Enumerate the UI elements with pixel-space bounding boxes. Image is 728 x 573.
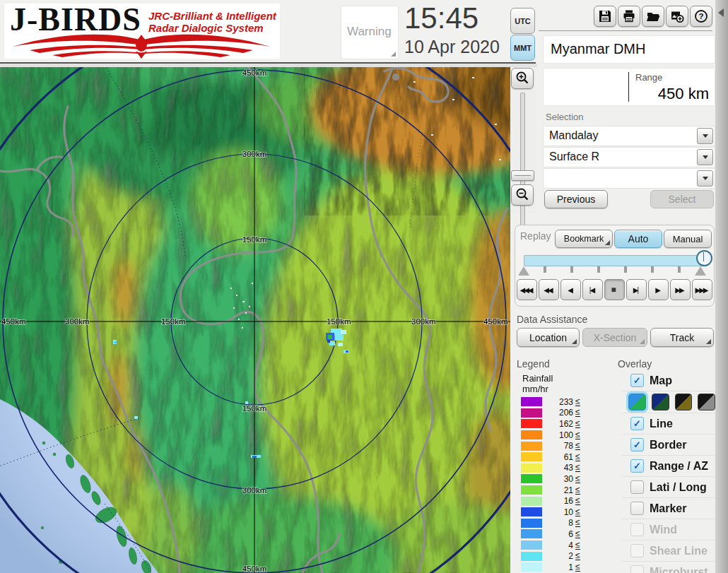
clock-time: 15:45	[404, 1, 479, 35]
overlay-item-label: Map	[650, 374, 672, 387]
overlay-row-range-az: ✓ Range / AZ	[622, 455, 715, 476]
line-checkbox[interactable]: ✓	[630, 417, 644, 430]
legend-lte-symbol: ≤	[575, 442, 580, 450]
help-icon: ?	[694, 9, 708, 23]
overlay-row-microburst: Microburst	[622, 561, 715, 573]
product-combo[interactable]: Surface R	[543, 147, 715, 167]
track-button[interactable]: Track	[650, 328, 714, 347]
legend-color-swatch	[521, 408, 542, 418]
map-style-swatch-2[interactable]	[652, 394, 669, 410]
x-section-button[interactable]: X-Section	[582, 328, 647, 347]
legend-color-swatch	[521, 430, 542, 439]
add-image-button[interactable]	[666, 6, 688, 27]
slider-tick	[570, 266, 573, 273]
overlay-row-line: ✓ Line	[622, 413, 715, 434]
menu-corner-icon	[572, 339, 577, 344]
marker-checkbox[interactable]	[630, 502, 644, 515]
map-zoom-control	[510, 67, 536, 213]
map-style-swatch-1[interactable]	[628, 394, 646, 410]
product-combo-value: Surface R	[549, 150, 599, 163]
transport-stop-button[interactable]: ■	[604, 279, 625, 300]
warning-selector[interactable]: Warning	[341, 6, 399, 59]
site-combo[interactable]: Mandalay	[543, 126, 715, 146]
slider-tick	[544, 266, 546, 273]
legend-value: 21	[542, 485, 573, 495]
transport-fast-forward-button[interactable]: ▶▶▶	[692, 279, 712, 300]
map-style-swatch-3[interactable]	[675, 394, 693, 410]
transport-play-reverse-button[interactable]: ◀	[560, 279, 581, 300]
manual-button[interactable]: Manual	[664, 230, 712, 248]
add-image-icon	[670, 9, 684, 23]
overlay-item-label: Wind	[650, 524, 677, 536]
svg-text:300km: 300km	[242, 486, 267, 495]
transport-play-button[interactable]: ▶	[648, 279, 669, 300]
slider-end-marker-icon[interactable]	[695, 266, 706, 276]
lati-long-checkbox[interactable]	[630, 480, 644, 494]
replay-slider-track[interactable]	[524, 255, 706, 266]
overlay-row-marker: Marker	[622, 497, 715, 519]
slider-start-marker-icon[interactable]	[518, 266, 529, 276]
zoom-in-button[interactable]	[511, 68, 534, 89]
bookmark-label: Bookmark	[564, 234, 604, 244]
transport-rewind-button[interactable]: ◀◀	[539, 279, 559, 300]
site-combo-dropdown-button[interactable]	[697, 128, 713, 144]
legend-color-swatch	[521, 507, 542, 516]
transport-step-back-button[interactable]: |◀	[582, 279, 603, 300]
extra-combo-dropdown-button[interactable]	[697, 170, 713, 187]
overlay-item-label: Marker	[650, 502, 686, 515]
zoom-out-button[interactable]	[511, 184, 534, 206]
replay-slider-handle[interactable]	[696, 250, 712, 266]
print-button[interactable]	[618, 6, 640, 27]
help-button[interactable]: ?	[690, 6, 712, 27]
radar-map[interactable]: 450km 300km 150km 150km 300km 450km 450k…	[0, 67, 510, 573]
mmt-button[interactable]: MMT	[510, 35, 535, 61]
legend-lte-symbol: ≤	[575, 519, 580, 527]
legend-row: 6 ≤	[521, 528, 580, 540]
map-style-swatch-4[interactable]	[698, 394, 715, 410]
legend-color-swatch	[521, 442, 542, 451]
svg-text:450km: 450km	[242, 69, 267, 77]
select-button[interactable]: Select	[650, 190, 714, 208]
svg-text:150km: 150km	[242, 404, 267, 413]
range-az-checkbox[interactable]: ✓	[630, 459, 644, 473]
overlay-row-wind: Wind	[622, 519, 715, 540]
panel-collapse-strip[interactable]	[715, 0, 728, 573]
transport-step-forward-button[interactable]: ▶|	[626, 279, 647, 300]
svg-text:450km: 450km	[483, 317, 508, 326]
bookmark-button[interactable]: Bookmark	[555, 230, 613, 248]
utc-button[interactable]: UTC	[510, 8, 535, 34]
legend-lte-symbol: ≤	[575, 431, 580, 439]
transport-forward-button[interactable]: ▶▶	[670, 279, 691, 300]
legend-color-swatch	[521, 452, 542, 461]
product-combo-dropdown-button[interactable]	[697, 149, 713, 165]
transport-fast-rewind-button[interactable]: ◀◀◀	[517, 279, 537, 300]
border-checkbox[interactable]: ✓	[630, 438, 644, 451]
wind-checkbox	[630, 523, 644, 536]
zoom-slider-thumb[interactable]	[511, 170, 534, 181]
location-button[interactable]: Location	[517, 328, 580, 347]
legend-color-swatch	[521, 397, 542, 406]
legend-value: 1	[542, 562, 573, 572]
save-button[interactable]	[594, 6, 616, 27]
legend-row: 8 ≤	[521, 518, 580, 529]
station-name: Myanmar DMH	[551, 41, 645, 57]
replay-label: Replay	[520, 230, 551, 242]
location-label: Location	[529, 332, 567, 343]
previous-button[interactable]: Previous	[544, 190, 608, 208]
logo: J-BIRDS JRC-Brilliant & Intelligent Rada…	[4, 4, 280, 59]
legend-color-swatch	[521, 519, 542, 528]
legend-lte-symbol: ≤	[575, 563, 580, 572]
chevron-down-icon	[703, 155, 708, 159]
legend-color-swatch	[521, 529, 542, 538]
clock-date: 10 Apr 2020	[404, 37, 500, 57]
extra-combo[interactable]	[543, 168, 715, 189]
logo-subtitle-line1: JRC-Brilliant & Intelligent	[148, 10, 276, 22]
logo-subtitle-line2: Radar Dialogic System	[148, 22, 276, 34]
map-checkbox[interactable]: ✓	[630, 374, 644, 387]
zoom-slider-track[interactable]	[520, 93, 525, 240]
auto-button[interactable]: Auto	[614, 230, 662, 248]
range-value: 450 km	[658, 85, 709, 103]
open-folder-button[interactable]	[642, 6, 664, 27]
legend-row: 21 ≤	[521, 485, 580, 496]
station-name-box: Myanmar DMH	[543, 35, 715, 64]
